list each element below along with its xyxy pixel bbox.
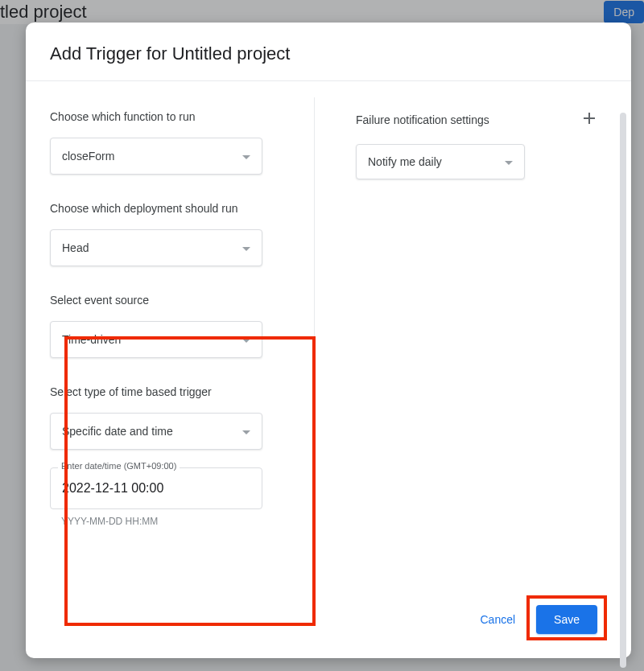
function-block: Choose which function to run closeForm <box>50 110 317 175</box>
datetime-input[interactable] <box>50 467 262 509</box>
left-column: Choose which function to run closeForm C… <box>50 81 317 594</box>
notification-header: Failure notification settings <box>356 110 599 130</box>
deployment-select-value: Head <box>62 241 89 254</box>
function-select-value: closeForm <box>62 150 114 163</box>
datetime-helper: YYYY-MM-DD HH:MM <box>50 516 317 527</box>
modal-title: Add Trigger for Untitled project <box>26 23 631 80</box>
notification-select-value: Notify me daily <box>368 155 442 168</box>
add-notification-button[interactable] <box>580 110 599 130</box>
function-select[interactable]: closeForm <box>50 138 262 175</box>
plus-icon <box>583 112 596 128</box>
chevron-down-icon <box>505 155 513 168</box>
scrollbar[interactable] <box>620 113 626 668</box>
time-trigger-type-select-value: Specific date and time <box>62 425 173 438</box>
event-source-label: Select event source <box>50 294 317 307</box>
right-column: Failure notification settings Notify me … <box>317 81 631 594</box>
modal-body: Choose which function to run closeForm C… <box>26 81 631 594</box>
chevron-down-icon <box>242 150 250 163</box>
event-source-select-value: Time-driven <box>62 333 121 346</box>
modal-footer: Cancel Save <box>26 594 631 658</box>
notification-label: Failure notification settings <box>356 113 489 126</box>
chevron-down-icon <box>242 241 250 254</box>
save-button[interactable]: Save <box>536 605 597 634</box>
time-trigger-type-label: Select type of time based trigger <box>50 385 317 398</box>
deployment-select[interactable]: Head <box>50 229 262 266</box>
time-trigger-type-select[interactable]: Specific date and time <box>50 413 262 450</box>
notification-select[interactable]: Notify me daily <box>356 144 525 179</box>
datetime-legend: Enter date/time (GMT+09:00) <box>58 461 180 471</box>
chevron-down-icon <box>242 425 250 438</box>
cancel-button[interactable]: Cancel <box>467 605 528 634</box>
chevron-down-icon <box>242 333 250 346</box>
time-trigger-type-block: Select type of time based trigger Specif… <box>50 385 317 450</box>
deployment-block: Choose which deployment should run Head <box>50 202 317 266</box>
add-trigger-modal: Add Trigger for Untitled project Choose … <box>26 23 631 658</box>
event-source-block: Select event source Time-driven <box>50 294 317 358</box>
function-label: Choose which function to run <box>50 110 317 123</box>
deployment-label: Choose which deployment should run <box>50 202 317 215</box>
event-source-select[interactable]: Time-driven <box>50 321 262 358</box>
datetime-field: Enter date/time (GMT+09:00) <box>50 467 262 509</box>
